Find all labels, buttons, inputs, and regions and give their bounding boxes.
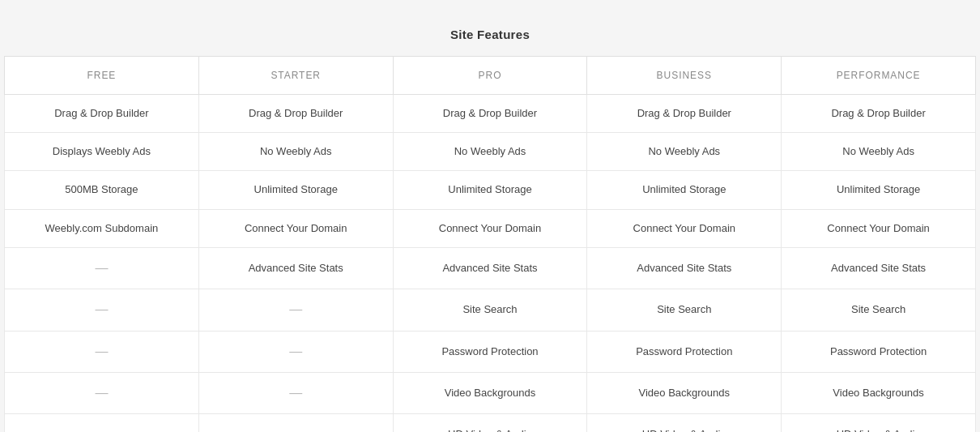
table-row: —Advanced Site StatsAdvanced Site StatsA…	[5, 247, 976, 289]
cell-row4-free: —	[5, 247, 199, 289]
cell-row0-business: Drag & Drop Builder	[587, 95, 782, 133]
cell-row4-business: Advanced Site Stats	[587, 247, 782, 289]
cell-row5-starter: —	[198, 289, 393, 331]
cell-row5-pro: Site Search	[393, 289, 587, 331]
cell-row6-business: Password Protection	[587, 331, 782, 372]
col-header-performance: PERFORMANCE	[782, 57, 976, 95]
cell-row7-pro: Video Backgrounds	[393, 372, 587, 413]
cell-row6-starter: —	[198, 331, 393, 372]
cell-row2-free: 500MB Storage	[5, 171, 199, 209]
cell-row4-pro: Advanced Site Stats	[393, 247, 587, 289]
cell-row7-business: Video Backgrounds	[587, 372, 782, 413]
cell-row6-free: —	[5, 331, 199, 372]
col-header-pro: PRO	[393, 57, 587, 95]
cell-row2-business: Unlimited Storage	[587, 171, 782, 209]
cell-row6-performance: Password Protection	[782, 331, 976, 372]
cell-row1-starter: No Weebly Ads	[198, 133, 393, 171]
table-body: Drag & Drop BuilderDrag & Drop BuilderDr…	[5, 95, 976, 433]
cell-row5-business: Site Search	[587, 289, 782, 331]
cell-row0-free: Drag & Drop Builder	[5, 95, 199, 133]
table-row: ——Password ProtectionPassword Protection…	[5, 331, 976, 372]
cell-row1-free: Displays Weebly Ads	[5, 133, 199, 171]
table-header-row: FREE STARTER PRO BUSINESS PERFORMANCE	[5, 57, 976, 95]
cell-row3-performance: Connect Your Domain	[782, 209, 976, 247]
cell-row7-performance: Video Backgrounds	[782, 372, 976, 413]
cell-row0-performance: Drag & Drop Builder	[782, 95, 976, 133]
comparison-container: Site Features FREE STARTER PRO BUSINESS …	[0, 8, 980, 432]
cell-row2-pro: Unlimited Storage	[393, 171, 587, 209]
cell-row5-free: —	[5, 289, 199, 331]
cell-row8-free: —	[5, 414, 199, 432]
cell-row3-free: Weebly.com Subdomain	[5, 209, 199, 247]
col-header-business: BUSINESS	[587, 57, 782, 95]
cell-row5-performance: Site Search	[782, 289, 976, 331]
cell-row8-business: HD Video & Audio	[587, 414, 782, 432]
cell-row8-pro: HD Video & Audio	[393, 414, 587, 432]
table-row: Drag & Drop BuilderDrag & Drop BuilderDr…	[5, 95, 976, 133]
cell-row3-pro: Connect Your Domain	[393, 209, 587, 247]
cell-row4-starter: Advanced Site Stats	[198, 247, 393, 289]
table-row: ——HD Video & AudioHD Video & AudioHD Vid…	[5, 414, 976, 432]
cell-row1-pro: No Weebly Ads	[393, 133, 587, 171]
cell-row2-performance: Unlimited Storage	[782, 171, 976, 209]
table-row: ——Video BackgroundsVideo BackgroundsVide…	[5, 372, 976, 413]
col-header-starter: STARTER	[198, 57, 393, 95]
table-row: Displays Weebly AdsNo Weebly AdsNo Weebl…	[5, 133, 976, 171]
cell-row1-performance: No Weebly Ads	[782, 133, 976, 171]
features-table: FREE STARTER PRO BUSINESS PERFORMANCE Dr…	[4, 56, 976, 432]
table-row: Weebly.com SubdomainConnect Your DomainC…	[5, 209, 976, 247]
table-row: 500MB StorageUnlimited StorageUnlimited …	[5, 171, 976, 209]
cell-row3-business: Connect Your Domain	[587, 209, 782, 247]
cell-row7-free: —	[5, 372, 199, 413]
cell-row0-pro: Drag & Drop Builder	[393, 95, 587, 133]
cell-row7-starter: —	[198, 372, 393, 413]
cell-row3-starter: Connect Your Domain	[198, 209, 393, 247]
cell-row6-pro: Password Protection	[393, 331, 587, 372]
cell-row8-starter: —	[198, 414, 393, 432]
cell-row0-starter: Drag & Drop Builder	[198, 95, 393, 133]
cell-row1-business: No Weebly Ads	[587, 133, 782, 171]
col-header-free: FREE	[5, 57, 199, 95]
cell-row2-starter: Unlimited Storage	[198, 171, 393, 209]
cell-row4-performance: Advanced Site Stats	[782, 247, 976, 289]
section-title: Site Features	[4, 16, 976, 56]
cell-row8-performance: HD Video & Audio	[782, 414, 976, 432]
table-row: ——Site SearchSite SearchSite Search	[5, 289, 976, 331]
